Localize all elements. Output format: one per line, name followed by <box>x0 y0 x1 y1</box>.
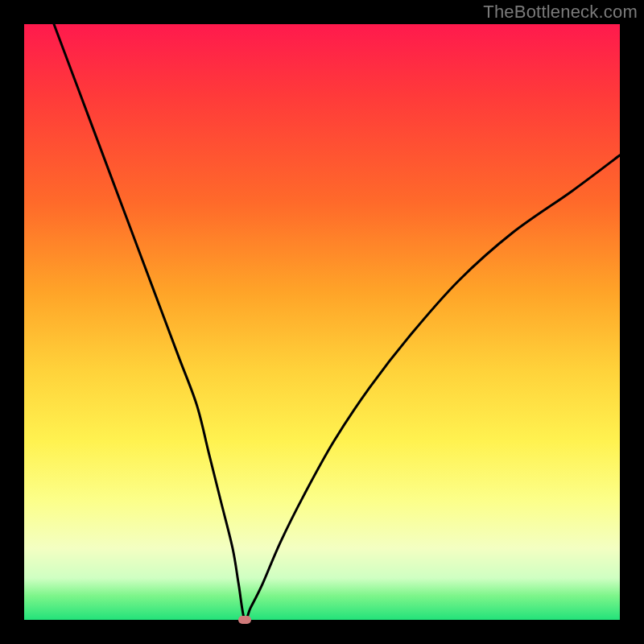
min-marker <box>238 616 251 624</box>
watermark-text: TheBottleneck.com <box>483 2 638 23</box>
chart-frame: TheBottleneck.com <box>0 0 644 644</box>
plot-area <box>24 24 620 620</box>
curve-svg <box>24 24 620 620</box>
bottleneck-curve <box>54 24 620 620</box>
